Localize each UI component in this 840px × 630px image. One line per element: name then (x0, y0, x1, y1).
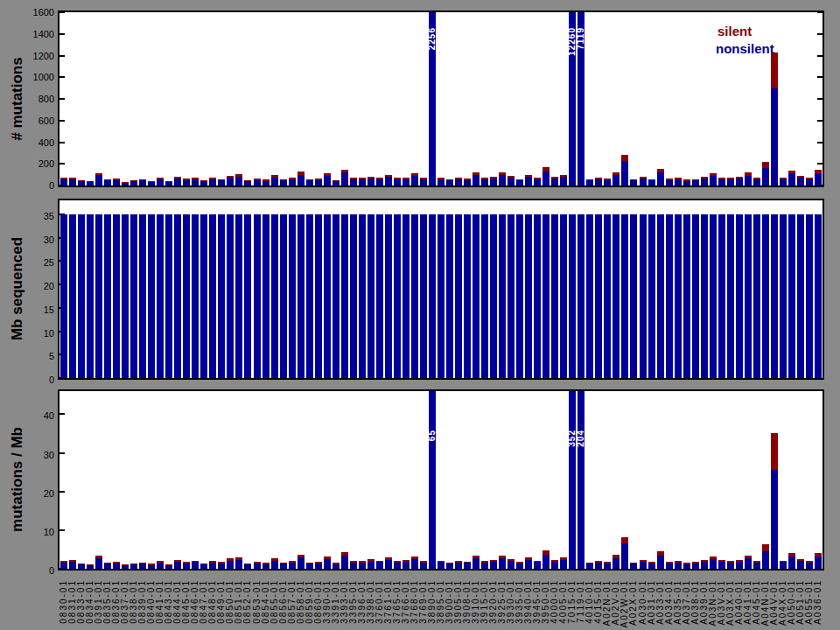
bar-nonsilent (560, 214, 567, 378)
bar-nonsilent (306, 180, 313, 186)
bar-nonsilent (788, 173, 795, 186)
y-tick-label: 200 (18, 158, 54, 169)
y-axis-tick (817, 142, 822, 144)
bar-silent (227, 176, 234, 178)
bar-silent (736, 177, 743, 178)
bar-silent (350, 561, 357, 563)
bar-nonsilent (183, 564, 190, 569)
bar-silent (815, 553, 822, 557)
y-axis-tick (60, 413, 65, 415)
bar-silent (280, 179, 287, 180)
bar-nonsilent (350, 179, 357, 186)
bar-silent (289, 178, 296, 179)
bar-silent (254, 178, 261, 180)
bar-nonsilent (815, 214, 822, 378)
bar-silent (411, 556, 418, 559)
y-tick-label: 30 (18, 450, 54, 460)
bar-silent (595, 178, 602, 179)
bar-nonsilent (710, 176, 717, 186)
bar-nonsilent (394, 563, 401, 569)
bar-nonsilent (464, 214, 471, 378)
bar-nonsilent (815, 556, 822, 569)
bar-nonsilent (420, 179, 427, 186)
bar-silent (788, 171, 795, 174)
bar-nonsilent (376, 179, 383, 186)
bar-silent (542, 167, 550, 172)
bar-silent (586, 563, 593, 564)
y-tick-label: 1200 (18, 51, 54, 61)
bar-silent (630, 563, 637, 564)
bar-nonsilent (595, 563, 602, 569)
bar-silent (78, 180, 85, 181)
bar-silent (87, 564, 94, 565)
bar-silent (648, 179, 655, 180)
bar-nonsilent (621, 543, 628, 569)
y-axis-tick (817, 163, 822, 164)
bar-silent (560, 175, 567, 177)
bar-nonsilent (209, 214, 216, 378)
bar-nonsilent (280, 180, 287, 186)
y-axis-tick (60, 55, 65, 57)
panel-mutations-per-mb: 65352204 (58, 389, 824, 570)
bar-silent (157, 561, 164, 563)
x-tick-label: 0859-01 (304, 579, 314, 624)
bar-nonsilent (78, 214, 85, 378)
bar-nonsilent (306, 564, 313, 569)
bar-nonsilent (806, 563, 813, 569)
x-tick-label: 0852-01 (242, 579, 252, 624)
y-tick-label: 10 (18, 328, 54, 339)
bar-nonsilent (692, 214, 699, 378)
bar-nonsilent (753, 179, 760, 186)
bar-silent (341, 552, 348, 556)
bar-silent (192, 561, 199, 563)
y-tick-label: 1600 (18, 7, 54, 18)
y-tick-label: 40 (18, 410, 54, 421)
bar-nonsilent (289, 214, 296, 378)
bar-nonsilent (666, 214, 673, 378)
x-tick-label: A037-01 (682, 579, 691, 625)
bar-nonsilent (692, 564, 699, 569)
bar-nonsilent (472, 214, 480, 378)
bar-nonsilent (200, 564, 207, 569)
bar-nonsilent (604, 564, 611, 569)
bar-silent (464, 562, 471, 564)
bar-silent (192, 178, 199, 179)
bar-nonsilent (640, 214, 647, 378)
bar-nonsilent (130, 564, 137, 569)
bar-silent (455, 178, 462, 179)
x-tick-label: A036-01 (813, 579, 822, 625)
bar-nonsilent (534, 562, 541, 569)
bar-nonsilent (78, 181, 85, 186)
bar-silent (481, 178, 488, 179)
bar-nonsilent (429, 214, 436, 378)
bar-nonsilent (797, 561, 804, 569)
bar-nonsilent (368, 214, 374, 378)
bar-nonsilent (446, 214, 453, 378)
x-tick-label: 0858-01 (296, 579, 305, 624)
y-axis-tick (817, 55, 822, 57)
bar-silent (666, 178, 673, 180)
bar-nonsilent (200, 214, 207, 378)
bar-nonsilent (148, 565, 155, 569)
bar-silent (612, 172, 620, 176)
bar-nonsilent (657, 214, 664, 378)
bar-silent (402, 560, 410, 562)
bar-silent (499, 556, 506, 558)
bar-silent (560, 557, 567, 560)
bar-silent (262, 179, 270, 180)
bar-silent (753, 178, 760, 179)
bar-nonsilent (87, 565, 94, 569)
bar-silent (675, 178, 682, 179)
bar-nonsilent (235, 560, 242, 569)
bar-nonsilent (736, 214, 743, 378)
bar-nonsilent (218, 180, 225, 186)
bar-nonsilent (516, 180, 523, 186)
bar-nonsilent (104, 214, 111, 378)
bar-nonsilent (797, 178, 804, 186)
bar-nonsilent (640, 562, 647, 569)
bar-silent (472, 172, 480, 175)
bar-nonsilent (95, 558, 102, 569)
bar-nonsilent (341, 172, 348, 186)
bar-nonsilent (104, 180, 111, 186)
bar-nonsilent (209, 563, 216, 569)
